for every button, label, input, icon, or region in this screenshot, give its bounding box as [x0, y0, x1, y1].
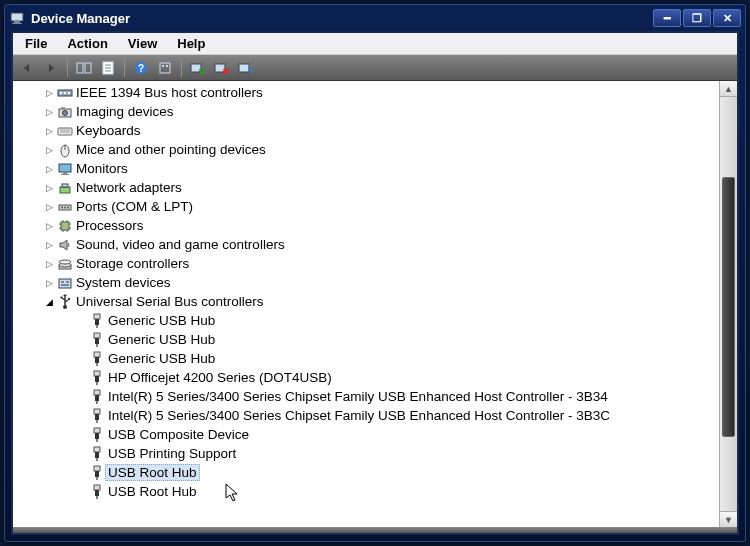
usb-plug-icon: [89, 484, 105, 500]
system-icon: [57, 275, 73, 291]
menu-view[interactable]: View: [118, 34, 167, 53]
show-hide-console-tree-button[interactable]: [74, 58, 94, 78]
tree-node-label: Storage controllers: [76, 256, 189, 271]
svg-rect-47: [85, 63, 91, 73]
tree-node-label: USB Composite Device: [108, 427, 249, 442]
tree-node-label: Sound, video and game controllers: [76, 237, 285, 252]
properties-button[interactable]: [98, 58, 118, 78]
scan-hardware-button[interactable]: [236, 58, 256, 78]
titlebar[interactable]: Device Manager ━ ❐ ✕: [5, 5, 745, 31]
tree-node-label: USB Printing Support: [108, 446, 236, 461]
tree-node-label: Intel(R) 5 Series/3400 Series Chipset Fa…: [108, 408, 610, 423]
tree-node-label: Imaging devices: [76, 104, 174, 119]
usb-plug-icon: [89, 313, 105, 329]
tree-node-label: Mice and other pointing devices: [76, 142, 266, 157]
expander-icon[interactable]: ▷: [43, 163, 55, 175]
tree-node[interactable]: ▷Keyboards: [17, 121, 719, 140]
camera-icon: [57, 104, 73, 120]
tree-node[interactable]: Generic USB Hub: [17, 330, 719, 349]
close-button[interactable]: ✕: [713, 9, 741, 27]
tree-node[interactable]: ▷Storage controllers: [17, 254, 719, 273]
tree-node[interactable]: USB Composite Device: [17, 425, 719, 444]
tree-node[interactable]: USB Root Hub: [17, 482, 719, 501]
expander-icon[interactable]: ▷: [43, 125, 55, 137]
tree-node-label: System devices: [76, 275, 171, 290]
usb-plug-icon: [89, 408, 105, 424]
tree-node-label: IEEE 1394 Bus host controllers: [76, 85, 263, 100]
tree-node[interactable]: ▷IEEE 1394 Bus host controllers: [17, 83, 719, 102]
mouse-icon: [57, 142, 73, 158]
svg-point-60: [223, 68, 229, 74]
tree-node[interactable]: ◢Universal Serial Bus controllers: [17, 292, 719, 311]
expander-icon[interactable]: ▷: [43, 201, 55, 213]
tree-node[interactable]: ▷Sound, video and game controllers: [17, 235, 719, 254]
sound-icon: [57, 237, 73, 253]
expander-icon[interactable]: ▷: [43, 220, 55, 232]
tree-node-label: Intel(R) 5 Series/3400 Series Chipset Fa…: [108, 389, 608, 404]
usb-plug-icon: [89, 351, 105, 367]
usb-plug-icon: [89, 332, 105, 348]
minimize-button[interactable]: ━: [653, 9, 681, 27]
tree-node[interactable]: USB Root Hub: [17, 463, 719, 482]
action-icon-button[interactable]: [155, 58, 175, 78]
expander-icon[interactable]: ▷: [43, 239, 55, 251]
tree-node-label: Keyboards: [76, 123, 141, 138]
menu-action[interactable]: Action: [57, 34, 117, 53]
tree-node[interactable]: ▷Processors: [17, 216, 719, 235]
device-manager-window: Device Manager ━ ❐ ✕ File Action View He…: [4, 4, 746, 542]
tree-node[interactable]: Intel(R) 5 Series/3400 Series Chipset Fa…: [17, 387, 719, 406]
menu-help[interactable]: Help: [167, 34, 215, 53]
uninstall-button[interactable]: [212, 58, 232, 78]
tree-node[interactable]: USB Printing Support: [17, 444, 719, 463]
tree-node[interactable]: Generic USB Hub: [17, 311, 719, 330]
toolbar: ?: [13, 55, 737, 81]
scroll-down-button[interactable]: ▼: [720, 511, 737, 527]
device-tree[interactable]: ▷IEEE 1394 Bus host controllers▷Imaging …: [13, 81, 719, 527]
bus-icon: [57, 85, 73, 101]
expander-icon[interactable]: ◢: [43, 296, 55, 308]
scroll-thumb[interactable]: [722, 177, 735, 437]
expander-icon[interactable]: ▷: [43, 258, 55, 270]
menu-file[interactable]: File: [15, 34, 57, 53]
tree-node[interactable]: ▷Monitors: [17, 159, 719, 178]
tree-node-label: Generic USB Hub: [108, 313, 215, 328]
forward-button[interactable]: [41, 58, 61, 78]
tree-node[interactable]: ▷Network adapters: [17, 178, 719, 197]
tree-node-label: HP Officejet 4200 Series (DOT4USB): [108, 370, 332, 385]
tree-node[interactable]: ▷System devices: [17, 273, 719, 292]
tree-node[interactable]: Intel(R) 5 Series/3400 Series Chipset Fa…: [17, 406, 719, 425]
tree-node[interactable]: HP Officejet 4200 Series (DOT4USB): [17, 368, 719, 387]
svg-text:?: ?: [138, 63, 144, 74]
tree-node[interactable]: ▷Ports (COM & LPT): [17, 197, 719, 216]
svg-rect-55: [162, 65, 164, 67]
tree-node-label: USB Root Hub: [105, 464, 200, 481]
svg-rect-56: [166, 65, 168, 67]
usb-plug-icon: [89, 389, 105, 405]
window-title: Device Manager: [31, 11, 653, 26]
help-button[interactable]: ?: [131, 58, 151, 78]
cpu-icon: [57, 218, 73, 234]
scroll-up-button[interactable]: ▲: [720, 81, 737, 97]
app-icon: [9, 10, 25, 26]
expander-icon[interactable]: ▷: [43, 144, 55, 156]
tree-node[interactable]: ▷Mice and other pointing devices: [17, 140, 719, 159]
vertical-scrollbar[interactable]: ▲ ▼: [719, 81, 737, 527]
tree-node-label: Universal Serial Bus controllers: [76, 294, 264, 309]
expander-icon[interactable]: ▷: [43, 106, 55, 118]
svg-rect-61: [239, 64, 249, 72]
tree-node-label: Network adapters: [76, 180, 182, 195]
svg-rect-46: [77, 63, 83, 73]
tree-node[interactable]: Generic USB Hub: [17, 349, 719, 368]
expander-icon[interactable]: ▷: [43, 87, 55, 99]
tree-node-label: USB Root Hub: [108, 484, 197, 499]
update-driver-button[interactable]: [188, 58, 208, 78]
maximize-button[interactable]: ❐: [683, 9, 711, 27]
scroll-track[interactable]: [720, 97, 737, 511]
statusbar: [13, 527, 737, 533]
tree-node[interactable]: ▷Imaging devices: [17, 102, 719, 121]
expander-icon[interactable]: ▷: [43, 277, 55, 289]
usb-icon: [57, 294, 73, 310]
expander-icon[interactable]: ▷: [43, 182, 55, 194]
tree-node-label: Generic USB Hub: [108, 351, 215, 366]
back-button[interactable]: [17, 58, 37, 78]
